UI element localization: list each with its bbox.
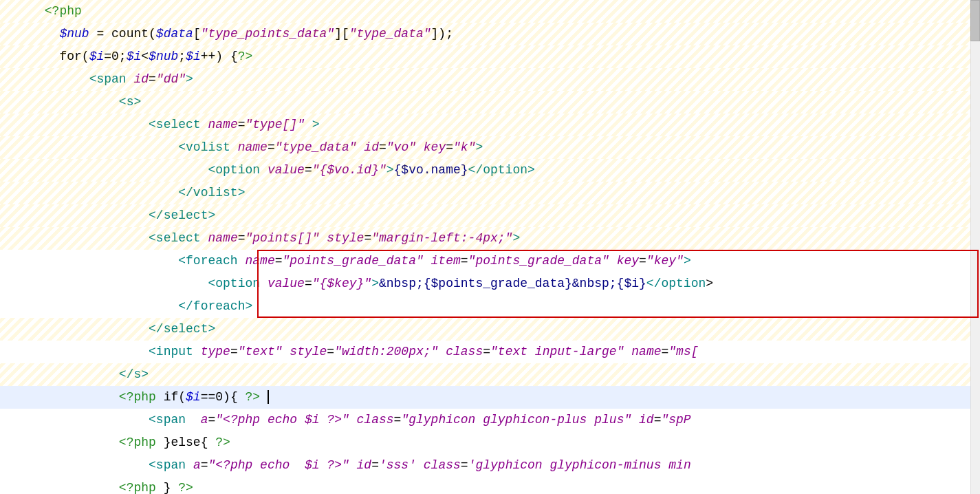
code-line-1: <?php bbox=[0, 0, 980, 23]
line-content-11: <select name="points[]" style="margin-le… bbox=[0, 227, 980, 250]
line-content-13: <option value="{$key}">&nbsp;{$points_gr… bbox=[0, 272, 980, 295]
code-line-11: <select name="points[]" style="margin-le… bbox=[0, 227, 980, 250]
code-line-4: <span id="dd"> bbox=[0, 68, 980, 91]
line-content-12: <foreach name="points_grade_data" item="… bbox=[0, 250, 980, 272]
code-line-16: <input type="text" style="width:200px;" … bbox=[0, 341, 980, 363]
selection-region: <foreach name="points_grade_data" item="… bbox=[0, 250, 980, 318]
scrollbar-thumb[interactable] bbox=[970, 0, 980, 41]
code-line-21: <span a="<?php echo $i ?>" id='sss' clas… bbox=[0, 454, 980, 477]
code-line-10: </select> bbox=[0, 204, 980, 227]
line-content-6: <select name="type[]" > bbox=[0, 114, 980, 136]
code-area[interactable]: <?php $nub = count($data["type_points_da… bbox=[0, 0, 980, 494]
code-line-12: <foreach name="points_grade_data" item="… bbox=[0, 250, 980, 272]
line-content-10: </select> bbox=[0, 204, 980, 227]
code-line-9: </volist> bbox=[0, 182, 980, 204]
code-editor: <?php $nub = count($data["type_points_da… bbox=[0, 0, 980, 494]
line-content-19: <span a="<?php echo $i ?>" class="glyphi… bbox=[0, 409, 980, 431]
line-content-3: for($i=0;$i<$nub;$i++) {?> bbox=[0, 45, 980, 68]
code-line-8: <option value="{$vo.id}">{$vo.name}</opt… bbox=[0, 159, 980, 182]
line-content-8: <option value="{$vo.id}">{$vo.name}</opt… bbox=[0, 159, 980, 182]
code-line-20: <?php }else{ ?> bbox=[0, 431, 980, 454]
line-content-2: $nub = count($data["type_points_data"]["… bbox=[0, 23, 980, 45]
line-content-14: </foreach> bbox=[0, 295, 980, 318]
line-content-22: <?php } ?> bbox=[0, 477, 980, 494]
line-content-16: <input type="text" style="width:200px;" … bbox=[0, 341, 980, 363]
line-content-9: </volist> bbox=[0, 182, 980, 204]
code-line-15: </select> bbox=[0, 318, 980, 341]
line-content-17: </s> bbox=[0, 363, 980, 386]
code-line-19: <span a="<?php echo $i ?>" class="glyphi… bbox=[0, 409, 980, 431]
code-line-17: </s> bbox=[0, 363, 980, 386]
line-content-1: <?php bbox=[0, 0, 980, 23]
code-line-18: <?php if($i==0){ ?> bbox=[0, 386, 980, 409]
line-content-7: <volist name="type_data" id="vo" key="k"… bbox=[0, 136, 980, 159]
code-line-6: <select name="type[]" > bbox=[0, 114, 980, 136]
code-line-3: for($i=0;$i<$nub;$i++) {?> bbox=[0, 45, 980, 68]
code-line-22: <?php } ?> bbox=[0, 477, 980, 494]
code-line-13: <option value="{$key}">&nbsp;{$points_gr… bbox=[0, 272, 980, 295]
line-content-15: </select> bbox=[0, 318, 980, 341]
scrollbar[interactable] bbox=[970, 0, 980, 494]
code-line-2: $nub = count($data["type_points_data"]["… bbox=[0, 23, 980, 45]
cursor bbox=[268, 390, 269, 404]
code-line-14: </foreach> bbox=[0, 295, 980, 318]
line-content-18: <?php if($i==0){ ?> bbox=[0, 386, 980, 409]
code-line-5: <s> bbox=[0, 91, 980, 114]
line-content-21: <span a="<?php echo $i ?>" id='sss' clas… bbox=[0, 454, 980, 477]
code-line-7: <volist name="type_data" id="vo" key="k"… bbox=[0, 136, 980, 159]
line-content-5: <s> bbox=[0, 91, 980, 114]
line-content-20: <?php }else{ ?> bbox=[0, 431, 980, 454]
line-content-4: <span id="dd"> bbox=[0, 68, 980, 91]
